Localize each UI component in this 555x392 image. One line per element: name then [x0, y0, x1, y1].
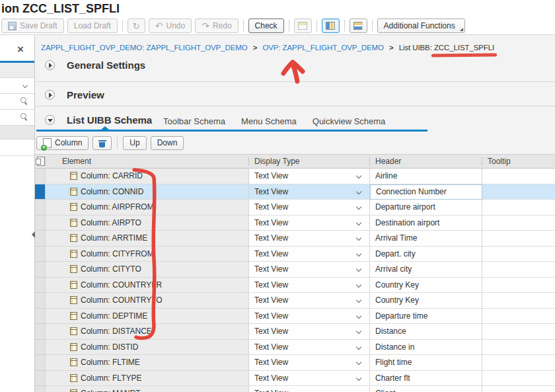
- table-row[interactable]: Column: ARRTIME Text View Arrival Time: [35, 231, 555, 247]
- display-type-dropdown[interactable]: Text View: [249, 324, 370, 340]
- element-cell[interactable]: Column: DEPTIME: [46, 309, 249, 325]
- additional-functions-button[interactable]: Additional Functions: [377, 19, 465, 33]
- element-cell[interactable]: Column: DISTID: [46, 340, 249, 356]
- load-draft-button[interactable]: Load Draft: [67, 19, 118, 33]
- element-cell[interactable]: Column: MANDT: [46, 386, 249, 392]
- row-selector-cell[interactable]: [35, 293, 46, 309]
- element-cell[interactable]: Column: COUNTRYTO: [46, 293, 249, 309]
- row-selector-cell[interactable]: [35, 324, 46, 340]
- table-row[interactable]: Column: AIRPTO Text View Destination air…: [35, 216, 555, 231]
- display-type-dropdown[interactable]: Text View: [249, 371, 370, 387]
- table-row[interactable]: Column: DISTID Text View Distance in: [35, 340, 555, 356]
- tooltip-cell[interactable]: [482, 340, 555, 356]
- header-cell[interactable]: Distance in: [370, 340, 482, 356]
- header-cell[interactable]: Country Key: [370, 278, 482, 294]
- display-type-dropdown[interactable]: Text View: [249, 386, 370, 392]
- layout-columns-button[interactable]: [322, 19, 340, 33]
- save-draft-button[interactable]: Save Draft: [1, 19, 64, 33]
- display-type-dropdown[interactable]: Text View: [249, 278, 370, 294]
- check-button[interactable]: Check: [248, 19, 284, 33]
- element-cell[interactable]: Column: AIRPFROM: [46, 200, 249, 216]
- column-header-header[interactable]: Header: [370, 157, 482, 166]
- row-selector-cell[interactable]: [35, 216, 46, 231]
- display-type-dropdown[interactable]: Text View: [249, 247, 370, 262]
- element-cell[interactable]: Column: FLTIME: [46, 355, 249, 371]
- column-header-element[interactable]: Element: [46, 157, 249, 166]
- header-cell[interactable]: Destination airport: [370, 216, 482, 231]
- display-type-dropdown[interactable]: Text View: [249, 340, 370, 356]
- tooltip-cell[interactable]: [482, 262, 555, 278]
- table-row[interactable]: Column: CONNID Text View Connection Numb…: [35, 184, 555, 200]
- move-down-button[interactable]: Down: [151, 136, 184, 150]
- element-cell[interactable]: Column: CARRID: [46, 169, 249, 184]
- layout-rows-button[interactable]: [350, 19, 367, 33]
- tab-toolbar-schema[interactable]: Toolbar Schema: [163, 116, 225, 126]
- tab-menu-schema[interactable]: Menu Schema: [241, 116, 297, 126]
- tooltip-cell[interactable]: [482, 247, 555, 262]
- table-row[interactable]: Column: FLTIME Text View Flight time: [35, 355, 555, 371]
- layout-top-button[interactable]: [294, 19, 312, 33]
- close-icon[interactable]: ×: [17, 44, 24, 55]
- row-selector-cell[interactable]: [35, 355, 46, 371]
- header-cell[interactable]: Distance: [370, 324, 482, 340]
- tooltip-cell[interactable]: [482, 324, 555, 340]
- table-row[interactable]: Column: DISTANCE Text View Distance: [35, 324, 555, 340]
- header-cell[interactable]: Country Key: [370, 293, 482, 309]
- add-column-button[interactable]: Column: [36, 136, 89, 150]
- display-type-dropdown[interactable]: Text View: [249, 355, 370, 371]
- tooltip-cell[interactable]: [482, 371, 555, 387]
- tab-quickview-schema[interactable]: Quickview Schema: [313, 116, 386, 126]
- display-type-dropdown[interactable]: Text View: [249, 262, 370, 278]
- panel-search-input[interactable]: [0, 94, 34, 110]
- display-type-dropdown[interactable]: Text View: [249, 184, 370, 200]
- display-type-dropdown[interactable]: Text View: [249, 309, 370, 325]
- header-cell[interactable]: Depart. city: [370, 247, 482, 262]
- element-cell[interactable]: Column: FLTYPE: [46, 371, 249, 387]
- row-selector-cell[interactable]: [35, 184, 46, 200]
- table-row[interactable]: Column: CARRID Text View Airline: [35, 169, 555, 184]
- table-row[interactable]: Column: FLTYPE Text View Charter flt: [35, 371, 555, 387]
- tooltip-cell[interactable]: [482, 216, 555, 231]
- header-cell[interactable]: Departure time: [370, 309, 482, 325]
- tooltip-cell[interactable]: [482, 293, 555, 309]
- table-row[interactable]: Column: COUNTRYTO Text View Country Key: [35, 293, 555, 309]
- header-cell[interactable]: Arrival city: [370, 262, 482, 278]
- breadcrumb-link-ovp[interactable]: OVP: ZAPPL_FLIGHT_OVP_DEMO: [262, 44, 383, 52]
- column-header-tooltip[interactable]: Tooltip: [482, 157, 555, 166]
- tooltip-cell[interactable]: [482, 200, 555, 216]
- row-selector-cell[interactable]: [35, 247, 46, 262]
- undo-button[interactable]: ↶ Undo: [149, 19, 192, 33]
- table-row[interactable]: Column: AIRPFROM Text View Departure air…: [35, 200, 555, 216]
- row-selector-cell[interactable]: [35, 309, 46, 325]
- table-row[interactable]: Column: DEPTIME Text View Departure time: [35, 309, 555, 325]
- expand-button[interactable]: [45, 60, 55, 70]
- tooltip-cell[interactable]: [482, 278, 555, 294]
- row-selector-cell[interactable]: [35, 386, 46, 392]
- table-row[interactable]: Column: MANDT Text View Client: [35, 386, 555, 392]
- redo-button[interactable]: ↷ Redo: [195, 19, 238, 33]
- tooltip-cell[interactable]: [482, 231, 555, 247]
- header-cell[interactable]: Charter flt: [370, 371, 482, 387]
- header-cell[interactable]: Connection Number: [370, 184, 482, 200]
- element-cell[interactable]: Column: COUNTRYFR: [46, 278, 249, 294]
- element-cell[interactable]: Column: DISTANCE: [46, 324, 249, 340]
- element-cell[interactable]: Column: CITYTO: [46, 262, 249, 278]
- header-cell[interactable]: Flight time: [370, 355, 482, 371]
- collapse-button[interactable]: [45, 115, 55, 125]
- tooltip-cell[interactable]: [482, 184, 555, 200]
- row-selector-cell[interactable]: [35, 169, 46, 184]
- expand-button[interactable]: [45, 90, 55, 100]
- display-type-dropdown[interactable]: Text View: [249, 231, 370, 247]
- table-row[interactable]: Column: CITYTO Text View Arrival city: [35, 262, 555, 278]
- row-selector-cell[interactable]: [35, 371, 46, 387]
- display-type-dropdown[interactable]: Text View: [249, 293, 370, 309]
- header-cell[interactable]: Client: [370, 386, 482, 392]
- element-cell[interactable]: Column: CONNID: [46, 184, 249, 200]
- refresh-button[interactable]: ↻: [128, 19, 145, 33]
- table-row[interactable]: Column: CITYFROM Text View Depart. city: [35, 247, 555, 262]
- tooltip-cell[interactable]: [482, 355, 555, 371]
- header-cell[interactable]: Departure airport: [370, 200, 482, 216]
- panel-dropdown[interactable]: [0, 78, 34, 94]
- panel-search-input[interactable]: [0, 110, 34, 126]
- row-selector-cell[interactable]: [35, 340, 46, 356]
